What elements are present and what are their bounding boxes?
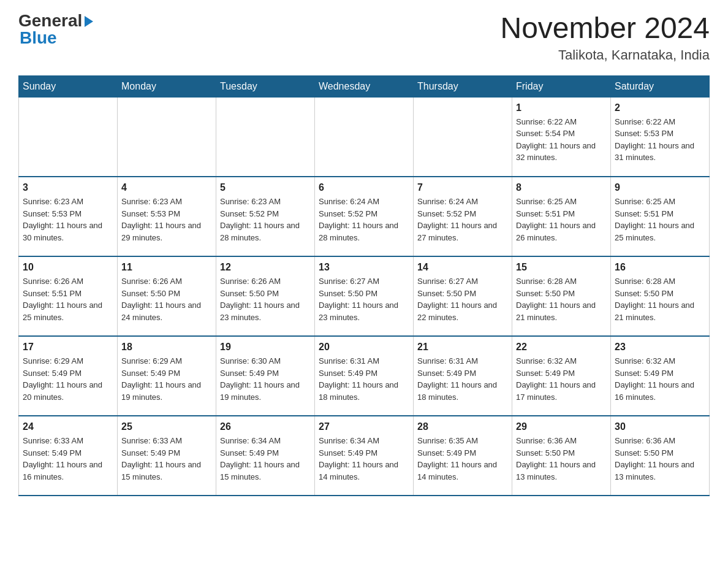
calendar-cell: 8Sunrise: 6:25 AMSunset: 5:51 PMDaylight…	[512, 177, 611, 256]
calendar-cell: 5Sunrise: 6:23 AMSunset: 5:52 PMDaylight…	[216, 177, 315, 256]
day-info: Sunrise: 6:25 AMSunset: 5:51 PMDaylight:…	[615, 196, 705, 243]
weekday-header-row: SundayMondayTuesdayWednesdayThursdayFrid…	[19, 75, 710, 97]
day-info: Sunrise: 6:34 AMSunset: 5:49 PMDaylight:…	[220, 435, 311, 483]
calendar-cell: 14Sunrise: 6:27 AMSunset: 5:50 PMDayligh…	[414, 256, 512, 336]
weekday-header-monday: Monday	[118, 75, 216, 97]
calendar-week-4: 17Sunrise: 6:29 AMSunset: 5:49 PMDayligh…	[19, 336, 710, 416]
day-info: Sunrise: 6:26 AMSunset: 5:51 PMDaylight:…	[23, 275, 113, 323]
title-block: November 2024 Talikota, Karnataka, India	[500, 12, 710, 63]
day-info: Sunrise: 6:26 AMSunset: 5:50 PMDaylight:…	[220, 275, 311, 323]
calendar-cell: 6Sunrise: 6:24 AMSunset: 5:52 PMDaylight…	[315, 177, 414, 256]
calendar-cell: 7Sunrise: 6:24 AMSunset: 5:52 PMDaylight…	[414, 177, 512, 256]
calendar-table: SundayMondayTuesdayWednesdayThursdayFrid…	[18, 75, 710, 497]
day-number: 20	[319, 342, 409, 353]
day-info: Sunrise: 6:33 AMSunset: 5:49 PMDaylight:…	[23, 435, 113, 483]
day-info: Sunrise: 6:22 AMSunset: 5:53 PMDaylight:…	[615, 116, 705, 164]
calendar-cell: 28Sunrise: 6:35 AMSunset: 5:49 PMDayligh…	[414, 416, 512, 496]
calendar-cell	[19, 97, 118, 177]
day-number: 29	[516, 421, 607, 432]
calendar-cell: 18Sunrise: 6:29 AMSunset: 5:49 PMDayligh…	[118, 336, 216, 416]
day-number: 15	[516, 262, 607, 273]
calendar-cell: 25Sunrise: 6:33 AMSunset: 5:49 PMDayligh…	[118, 416, 216, 496]
day-info: Sunrise: 6:23 AMSunset: 5:53 PMDaylight:…	[23, 196, 113, 243]
day-number: 13	[319, 262, 409, 273]
day-info: Sunrise: 6:25 AMSunset: 5:51 PMDaylight:…	[516, 196, 607, 243]
day-info: Sunrise: 6:35 AMSunset: 5:49 PMDaylight:…	[417, 435, 508, 483]
day-number: 10	[23, 262, 113, 273]
calendar-week-3: 10Sunrise: 6:26 AMSunset: 5:51 PMDayligh…	[19, 256, 710, 336]
calendar-cell: 15Sunrise: 6:28 AMSunset: 5:50 PMDayligh…	[512, 256, 611, 336]
calendar-week-2: 3Sunrise: 6:23 AMSunset: 5:53 PMDaylight…	[19, 177, 710, 256]
calendar-cell: 13Sunrise: 6:27 AMSunset: 5:50 PMDayligh…	[315, 256, 414, 336]
logo-general-text: General	[18, 12, 82, 29]
calendar-cell: 27Sunrise: 6:34 AMSunset: 5:49 PMDayligh…	[315, 416, 414, 496]
day-info: Sunrise: 6:26 AMSunset: 5:50 PMDaylight:…	[121, 275, 212, 323]
day-number: 26	[220, 421, 311, 432]
day-number: 24	[23, 421, 113, 432]
day-number: 27	[319, 421, 409, 432]
calendar-cell: 26Sunrise: 6:34 AMSunset: 5:49 PMDayligh…	[216, 416, 315, 496]
calendar-cell: 12Sunrise: 6:26 AMSunset: 5:50 PMDayligh…	[216, 256, 315, 336]
calendar-cell: 24Sunrise: 6:33 AMSunset: 5:49 PMDayligh…	[19, 416, 118, 496]
day-info: Sunrise: 6:28 AMSunset: 5:50 PMDaylight:…	[615, 275, 705, 323]
calendar-cell: 20Sunrise: 6:31 AMSunset: 5:49 PMDayligh…	[315, 336, 414, 416]
page-header: General Blue November 2024 Talikota, Kar…	[18, 12, 710, 63]
day-info: Sunrise: 6:31 AMSunset: 5:49 PMDaylight:…	[319, 355, 409, 403]
day-info: Sunrise: 6:32 AMSunset: 5:49 PMDaylight:…	[615, 355, 705, 403]
calendar-cell	[216, 97, 315, 177]
weekday-header-sunday: Sunday	[19, 75, 118, 97]
calendar-cell: 3Sunrise: 6:23 AMSunset: 5:53 PMDaylight…	[19, 177, 118, 256]
calendar-cell: 29Sunrise: 6:36 AMSunset: 5:50 PMDayligh…	[512, 416, 611, 496]
day-number: 5	[220, 182, 311, 193]
day-number: 21	[417, 342, 508, 353]
day-number: 18	[121, 342, 212, 353]
day-number: 2	[615, 102, 705, 113]
day-number: 16	[615, 262, 705, 273]
weekday-header-saturday: Saturday	[611, 75, 710, 97]
day-number: 17	[23, 342, 113, 353]
calendar-cell: 10Sunrise: 6:26 AMSunset: 5:51 PMDayligh…	[19, 256, 118, 336]
calendar-week-1: 1Sunrise: 6:22 AMSunset: 5:54 PMDaylight…	[19, 97, 710, 177]
logo-arrow-icon	[85, 16, 93, 27]
weekday-header-thursday: Thursday	[414, 75, 512, 97]
weekday-header-tuesday: Tuesday	[216, 75, 315, 97]
calendar-cell: 11Sunrise: 6:26 AMSunset: 5:50 PMDayligh…	[118, 256, 216, 336]
day-number: 30	[615, 421, 705, 432]
weekday-header-wednesday: Wednesday	[315, 75, 414, 97]
day-info: Sunrise: 6:24 AMSunset: 5:52 PMDaylight:…	[417, 196, 508, 243]
logo: General Blue	[18, 12, 93, 47]
calendar-cell: 17Sunrise: 6:29 AMSunset: 5:49 PMDayligh…	[19, 336, 118, 416]
day-number: 28	[417, 421, 508, 432]
day-info: Sunrise: 6:22 AMSunset: 5:54 PMDaylight:…	[516, 116, 607, 164]
calendar-cell: 21Sunrise: 6:31 AMSunset: 5:49 PMDayligh…	[414, 336, 512, 416]
calendar-cell: 16Sunrise: 6:28 AMSunset: 5:50 PMDayligh…	[611, 256, 710, 336]
day-number: 19	[220, 342, 311, 353]
day-info: Sunrise: 6:32 AMSunset: 5:49 PMDaylight:…	[516, 355, 607, 403]
calendar-cell: 2Sunrise: 6:22 AMSunset: 5:53 PMDaylight…	[611, 97, 710, 177]
day-info: Sunrise: 6:28 AMSunset: 5:50 PMDaylight:…	[516, 275, 607, 323]
day-number: 8	[516, 182, 607, 193]
calendar-cell: 4Sunrise: 6:23 AMSunset: 5:53 PMDaylight…	[118, 177, 216, 256]
calendar-cell	[118, 97, 216, 177]
day-number: 11	[121, 262, 212, 273]
day-info: Sunrise: 6:23 AMSunset: 5:53 PMDaylight:…	[121, 196, 212, 243]
location-title: Talikota, Karnataka, India	[500, 47, 710, 63]
day-number: 12	[220, 262, 311, 273]
month-title: November 2024	[500, 12, 710, 45]
calendar-cell	[414, 97, 512, 177]
calendar-cell: 9Sunrise: 6:25 AMSunset: 5:51 PMDaylight…	[611, 177, 710, 256]
day-number: 1	[516, 102, 607, 113]
day-info: Sunrise: 6:36 AMSunset: 5:50 PMDaylight:…	[615, 435, 705, 483]
day-info: Sunrise: 6:29 AMSunset: 5:49 PMDaylight:…	[121, 355, 212, 403]
day-info: Sunrise: 6:27 AMSunset: 5:50 PMDaylight:…	[417, 275, 508, 323]
day-number: 6	[319, 182, 409, 193]
day-info: Sunrise: 6:31 AMSunset: 5:49 PMDaylight:…	[417, 355, 508, 403]
day-number: 7	[417, 182, 508, 193]
day-number: 4	[121, 182, 212, 193]
logo-blue-text: Blue	[20, 29, 57, 47]
day-number: 3	[23, 182, 113, 193]
day-info: Sunrise: 6:34 AMSunset: 5:49 PMDaylight:…	[319, 435, 409, 483]
calendar-cell: 30Sunrise: 6:36 AMSunset: 5:50 PMDayligh…	[611, 416, 710, 496]
day-number: 14	[417, 262, 508, 273]
day-info: Sunrise: 6:36 AMSunset: 5:50 PMDaylight:…	[516, 435, 607, 483]
